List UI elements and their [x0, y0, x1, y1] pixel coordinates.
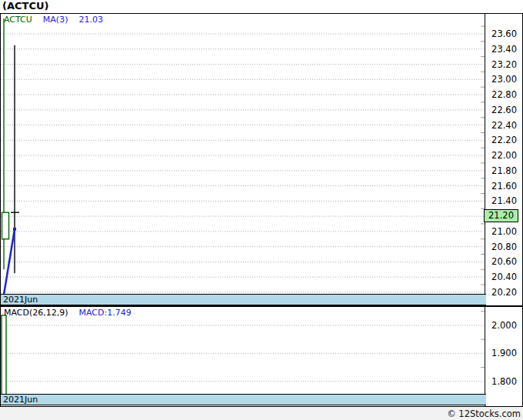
- y-axis-label: 23.20: [485, 59, 517, 70]
- candle-body: [2, 212, 9, 239]
- y-axis-label: 22.00: [485, 150, 517, 161]
- y-axis-label: 1.900: [485, 348, 517, 358]
- y-axis-label: 22.40: [485, 120, 517, 131]
- y-axis-label: 2.000: [485, 320, 517, 331]
- current-price-badge: 21.20: [484, 209, 518, 222]
- y-axis-label: 22.60: [485, 105, 517, 115]
- y-axis-label: 21.80: [485, 165, 517, 176]
- y-axis-label: 20.60: [485, 256, 517, 267]
- y-axis-label: 22.80: [485, 89, 517, 100]
- macd-legend-value: MACD:1.749: [79, 308, 132, 318]
- macd-panel: MACD(26,12,9) MACD:1.749 2.0001.9001.800…: [0, 306, 523, 407]
- page-title: (ACTCU): [2, 0, 48, 12]
- macd-chart: [1, 307, 485, 394]
- macd-legend: MACD(26,12,9) MACD:1.749: [4, 308, 132, 318]
- footer-credit: © 12Stocks.com: [447, 408, 521, 419]
- price-legend: ACTCU MA(3) 21.03: [4, 15, 103, 25]
- y-axis-label: 23.60: [485, 28, 517, 39]
- y-axis-label: 20.80: [485, 242, 517, 252]
- ma-end-marker: [13, 228, 16, 231]
- macd-legend-label: MACD(26,12,9): [4, 308, 68, 318]
- macd-histogram-bar: [2, 315, 6, 394]
- y-axis-label: 21.40: [485, 195, 517, 206]
- y-axis-label: 23.00: [485, 74, 517, 85]
- y-axis-label: 1.800: [485, 376, 517, 387]
- legend-symbol: ACTCU: [4, 15, 32, 25]
- macd-date-axis: 2021Jun: [1, 394, 486, 405]
- y-axis-label: 21.60: [485, 181, 517, 192]
- y-axis-label: 22.20: [485, 135, 517, 145]
- price-chart: [1, 14, 485, 294]
- price-chart-panel: ACTCU MA(3) 21.03 23.6023.4023.2023.0022…: [0, 13, 523, 306]
- footer-strip: [0, 407, 523, 420]
- price-date-axis: 2021Jun: [1, 294, 486, 305]
- legend-ma-value: 21.03: [78, 15, 103, 25]
- y-axis-label: 20.40: [485, 272, 517, 282]
- y-axis-label: 21.00: [485, 226, 517, 237]
- y-axis-label: 23.40: [485, 44, 517, 55]
- y-axis-label: 20.20: [485, 287, 517, 298]
- legend-ma-label: MA(3): [43, 15, 68, 25]
